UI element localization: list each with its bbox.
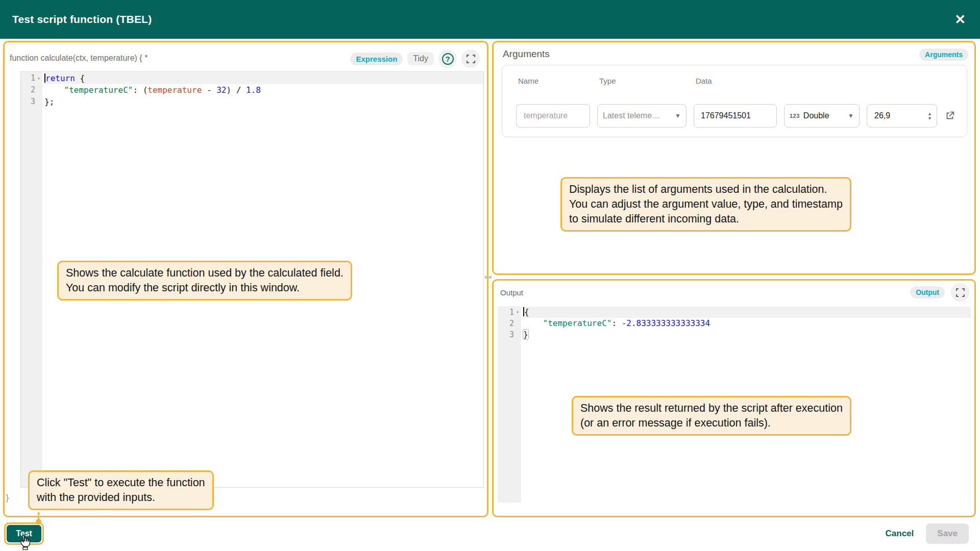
chevron-down-icon: ▼	[848, 112, 854, 119]
code-line: };	[44, 96, 483, 108]
argument-type-value: Latest teleme…	[603, 111, 660, 120]
function-signature: function calculate(ctx, temperature) { *	[10, 54, 148, 63]
value-input[interactable]: 26,9 ▲ ▼	[867, 104, 937, 128]
stepper-up-icon[interactable]: ▲	[927, 112, 932, 116]
line-number: 2	[498, 318, 521, 329]
callout-line: You can adjust the argument value, type,…	[569, 197, 843, 212]
arguments-callout: Displays the list of arguments used in t…	[560, 177, 851, 232]
script-callout: Shows the calculate function used by the…	[57, 261, 352, 300]
close-icon[interactable]: ✕	[954, 13, 966, 26]
output-fullscreen-button[interactable]	[951, 283, 969, 302]
line-number: 3	[498, 329, 521, 340]
fullscreen-icon	[956, 288, 965, 297]
argument-name-field: temperature	[516, 104, 590, 128]
tidy-button[interactable]: Tidy	[407, 52, 434, 65]
test-callout: Click "Test" to execute the functionwith…	[28, 470, 214, 510]
dialog-title: Test script function (TBEL)	[12, 13, 152, 26]
cancel-button[interactable]: Cancel	[886, 529, 914, 539]
expression-badge: Expression	[350, 53, 403, 65]
output-title: Output	[500, 288, 523, 297]
callout-line: Shows the result returned by the script …	[580, 401, 843, 416]
callout-line: with the provided inputs.	[37, 490, 205, 505]
dialog-footer: Cancel Save	[886, 523, 969, 544]
help-icon: ?	[442, 53, 454, 65]
fullscreen-icon	[467, 55, 475, 63]
callout-line: to simulate different incoming data.	[569, 212, 843, 227]
line-number: 1▾	[21, 72, 42, 84]
column-header-data: Data	[694, 77, 777, 85]
editor-controls: Expression Tidy ?	[350, 49, 480, 68]
dialog-header: Test script function (TBEL) ✕	[0, 0, 980, 39]
numeric-type-icon: 123	[790, 113, 800, 119]
column-header-name: Name	[516, 77, 590, 85]
save-button: Save	[926, 523, 969, 544]
code-line: "temperatureC": (temperature - 32) / 1.8	[44, 84, 483, 96]
stepper-down-icon[interactable]: ▼	[927, 116, 932, 120]
output-panel: Output Output 1▾23 { "temperatureC": -2.…	[492, 279, 976, 517]
closing-brace: }	[5, 493, 10, 503]
line-number-gutter: 1▾23	[21, 72, 42, 487]
callout-line: Click "Test" to execute the function	[37, 475, 205, 490]
arguments-table: Name Type Data temperature Latest teleme…	[502, 65, 967, 137]
code-line: "temperatureC": -2.833333333333334	[523, 318, 971, 329]
callout-line: Displays the list of arguments used in t…	[569, 182, 843, 197]
output-callout: Shows the result returned by the script …	[572, 396, 851, 436]
output-badge: Output	[910, 286, 945, 298]
code-line: {	[523, 307, 971, 318]
callout-line: You can modify the script directly in th…	[66, 281, 344, 295]
code-line: return {	[44, 72, 483, 84]
table-header-row: Name Type Data	[516, 77, 777, 85]
value-type-label: Double	[803, 111, 844, 120]
column-header-type: Type	[597, 77, 687, 85]
open-details-button[interactable]	[944, 110, 955, 121]
fullscreen-button[interactable]	[461, 49, 480, 68]
panel-splitter-handle[interactable]	[485, 276, 492, 279]
line-number: 2	[21, 84, 42, 96]
mouse-cursor-icon	[18, 535, 32, 551]
line-number: 3	[21, 96, 42, 108]
value-text: 26,9	[874, 111, 890, 120]
chevron-down-icon: ▼	[675, 112, 681, 119]
value-type-select[interactable]: 123 Double ▼	[784, 104, 860, 128]
argument-row: temperature Latest teleme… ▼ 17679451501…	[516, 104, 955, 128]
callout-line: (or an error message if execution fails)…	[580, 416, 843, 431]
line-number: 1▾	[498, 307, 521, 318]
argument-type-select[interactable]: Latest teleme… ▼	[597, 104, 687, 128]
help-button[interactable]: ?	[438, 49, 457, 68]
test-script-dialog: Test script function (TBEL) ✕ function c…	[0, 0, 980, 551]
callout-connector-dot	[36, 519, 41, 524]
arguments-panel: Arguments Arguments Name Type Data tempe…	[492, 41, 976, 275]
timestamp-field[interactable]: 17679451501	[694, 104, 777, 128]
value-stepper[interactable]: ▲ ▼	[927, 112, 932, 120]
code-line: }	[523, 329, 971, 340]
callout-line: Shows the calculate function used by the…	[66, 266, 344, 281]
arguments-badge: Arguments	[919, 48, 968, 61]
script-panel: function calculate(ctx, temperature) { *…	[3, 41, 488, 517]
open-in-new-icon	[944, 110, 955, 121]
line-number-gutter: 1▾23	[498, 306, 521, 503]
arguments-title: Arguments	[503, 48, 550, 60]
